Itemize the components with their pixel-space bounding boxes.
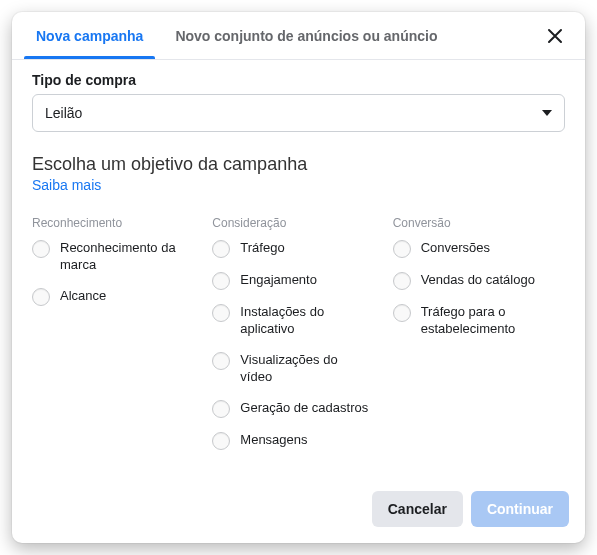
column-conversion: Conversão Conversões Vendas do catálogo … (393, 216, 565, 464)
radio-icon (393, 304, 411, 322)
modal-tabs: Nova campanha Novo conjunto de anúncios … (12, 12, 585, 60)
option-store-traffic[interactable]: Tráfego para o estabelecimento (393, 304, 565, 338)
radio-icon (212, 352, 230, 370)
option-label: Alcance (60, 288, 106, 305)
continue-button[interactable]: Continuar (471, 491, 569, 527)
objective-columns: Reconhecimento Reconhecimento da marca A… (32, 216, 565, 464)
option-label: Conversões (421, 240, 490, 257)
option-label: Vendas do catálogo (421, 272, 535, 289)
option-video-views[interactable]: Visualizações do vídeo (212, 352, 384, 386)
radio-icon (212, 272, 230, 290)
radio-icon (212, 432, 230, 450)
option-label: Mensagens (240, 432, 307, 449)
chevron-down-icon (542, 110, 552, 116)
modal-content: Tipo de compra Leilão Escolha um objetiv… (12, 60, 585, 479)
modal-footer: Cancelar Continuar (12, 479, 585, 543)
create-campaign-modal: Nova campanha Novo conjunto de anúncios … (12, 12, 585, 543)
option-label: Engajamento (240, 272, 317, 289)
learn-more-link[interactable]: Saiba mais (32, 177, 101, 193)
option-catalog-sales[interactable]: Vendas do catálogo (393, 272, 565, 290)
option-conversions[interactable]: Conversões (393, 240, 565, 258)
column-header-consideration: Consideração (212, 216, 384, 230)
cancel-button[interactable]: Cancelar (372, 491, 463, 527)
option-app-installs[interactable]: Instalações do aplicativo (212, 304, 384, 338)
option-traffic[interactable]: Tráfego (212, 240, 384, 258)
tab-new-adset-or-ad[interactable]: Novo conjunto de anúncios ou anúncio (159, 14, 453, 58)
purchase-type-value: Leilão (45, 105, 82, 121)
option-brand-awareness[interactable]: Reconhecimento da marca (32, 240, 204, 274)
radio-icon (212, 400, 230, 418)
option-label: Tráfego para o estabelecimento (421, 304, 551, 338)
purchase-type-label: Tipo de compra (32, 72, 565, 88)
close-button[interactable] (537, 18, 573, 54)
option-reach[interactable]: Alcance (32, 288, 204, 306)
option-lead-generation[interactable]: Geração de cadastros (212, 400, 384, 418)
option-engagement[interactable]: Engajamento (212, 272, 384, 290)
column-header-conversion: Conversão (393, 216, 565, 230)
purchase-type-select[interactable]: Leilão (32, 94, 565, 132)
tab-new-campaign[interactable]: Nova campanha (20, 14, 159, 58)
column-header-awareness: Reconhecimento (32, 216, 204, 230)
option-label: Tráfego (240, 240, 284, 257)
option-label: Visualizações do vídeo (240, 352, 370, 386)
radio-icon (212, 304, 230, 322)
option-messages[interactable]: Mensagens (212, 432, 384, 450)
radio-icon (32, 288, 50, 306)
close-icon (547, 28, 563, 44)
radio-icon (393, 240, 411, 258)
column-awareness: Reconhecimento Reconhecimento da marca A… (32, 216, 204, 464)
option-label: Geração de cadastros (240, 400, 368, 417)
column-consideration: Consideração Tráfego Engajamento Instala… (212, 216, 384, 464)
radio-icon (393, 272, 411, 290)
radio-icon (212, 240, 230, 258)
option-label: Instalações do aplicativo (240, 304, 370, 338)
radio-icon (32, 240, 50, 258)
objective-title: Escolha um objetivo da campanha (32, 154, 565, 175)
option-label: Reconhecimento da marca (60, 240, 190, 274)
